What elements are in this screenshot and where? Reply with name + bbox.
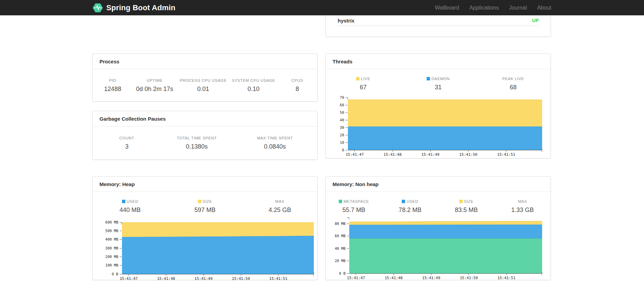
svg-text:10: 10	[340, 140, 344, 145]
legend-heap-max: MAX 4.25 GB	[242, 199, 317, 214]
svg-text:20: 20	[340, 133, 344, 137]
application-status-card: hystrix UP	[325, 15, 551, 37]
nav-link-journal[interactable]: Journal	[499, 5, 527, 11]
size-swatch-icon	[459, 200, 463, 203]
svg-text:15:41:50: 15:41:50	[460, 276, 478, 280]
memory-heap-card: Memory: Heap USED 440 MB SIZE 597 MB MAX…	[92, 176, 318, 280]
svg-text:50: 50	[340, 110, 344, 115]
svg-text:15:41:47: 15:41:47	[120, 276, 138, 281]
nonheap-card-title: Memory: Non heap	[333, 181, 379, 187]
nav-link-about[interactable]: About	[527, 5, 551, 11]
nav-links: Wallboard Applications Journal About	[425, 5, 551, 11]
threads-legend: LIVE 67 DAEMON 31 PEAK LIVE 68	[326, 77, 551, 91]
memory-heap-chart: 0 B100 MB200 MB300 MB400 MB500 MB600 MB1…	[93, 219, 318, 282]
nonheap-card-header: Memory: Non heap	[326, 177, 551, 192]
pulse-hexagon-icon	[93, 3, 103, 13]
legend-heap-used: USED 440 MB	[93, 199, 168, 214]
threads-chart: 01020304050607015:41:4715:41:4815:41:491…	[326, 94, 551, 158]
svg-text:15:41:50: 15:41:50	[232, 276, 250, 281]
svg-text:0 B: 0 B	[112, 272, 118, 276]
svg-text:15:41:49: 15:41:49	[422, 276, 440, 280]
stat-gc-total-time: TOTAL TIME SPENT 0.1380s	[161, 136, 232, 150]
size-swatch-icon	[198, 200, 201, 203]
used-swatch-icon	[402, 200, 405, 203]
stat-uptime: UPTIME 0d 0h 2m 17s	[133, 78, 177, 93]
svg-text:40: 40	[340, 118, 344, 122]
svg-text:15:41:51: 15:41:51	[269, 276, 287, 281]
svg-text:30: 30	[340, 125, 344, 130]
heap-card-header: Memory: Heap	[93, 177, 317, 192]
svg-text:100 MB: 100 MB	[105, 263, 118, 267]
svg-text:70: 70	[340, 95, 344, 100]
svg-text:15:41:49: 15:41:49	[421, 152, 440, 157]
svg-text:300 MB: 300 MB	[105, 246, 118, 250]
legend-daemon: DAEMON 31	[401, 77, 476, 91]
stat-gc-max-time: MAX TIME SPENT 0.0840s	[233, 136, 317, 150]
gc-pauses-card: Garbage Collection Pauses COUNT 3 TOTAL …	[92, 111, 318, 160]
stat-pid: PID 12488	[93, 78, 133, 93]
svg-text:15:41:48: 15:41:48	[385, 276, 403, 280]
svg-text:15:41:47: 15:41:47	[346, 152, 364, 157]
threads-card: Threads LIVE 67 DAEMON 31 PEAK LIVE 68 0…	[325, 54, 551, 158]
legend-nonheap-used: USED 78.2 MB	[382, 199, 438, 214]
live-swatch-icon	[356, 77, 359, 80]
svg-text:15:41:51: 15:41:51	[497, 276, 516, 280]
legend-nonheap-size: SIZE 83.5 MB	[438, 199, 494, 214]
application-row[interactable]: hystrix UP	[338, 15, 539, 26]
stat-system-cpu-usage: SYSTEM CPU USAGE 0.10	[230, 78, 277, 93]
heap-card-title: Memory: Heap	[99, 181, 135, 187]
threads-card-header: Threads	[326, 54, 551, 69]
metaspace-swatch-icon	[339, 200, 342, 203]
svg-text:200 MB: 200 MB	[105, 255, 118, 259]
svg-text:15:41:48: 15:41:48	[384, 152, 402, 157]
spring-boot-admin-page: Spring Boot Admin Wallboard Applications…	[0, 0, 644, 304]
stat-gc-count: COUNT 3	[93, 136, 161, 150]
process-card: Process PID 12488 UPTIME 0d 0h 2m 17s PR…	[92, 54, 318, 102]
svg-text:600 MB: 600 MB	[105, 220, 118, 224]
svg-text:20 MB: 20 MB	[335, 259, 346, 263]
svg-text:500 MB: 500 MB	[105, 229, 118, 233]
process-card-title: Process	[99, 59, 119, 64]
svg-text:60 MB: 60 MB	[335, 234, 346, 238]
legend-live: LIVE 67	[326, 77, 401, 91]
heap-legend: USED 440 MB SIZE 597 MB MAX 4.25 GB	[93, 199, 317, 214]
brand-title: Spring Boot Admin	[106, 3, 175, 12]
used-swatch-icon	[122, 200, 125, 203]
memory-nonheap-card: Memory: Non heap METASPACE 55.7 MB USED …	[325, 176, 551, 280]
nav-link-applications[interactable]: Applications	[459, 5, 499, 11]
memory-nonheap-chart: 0 B20 MB40 MB60 MB80 MB15:41:4715:41:481…	[326, 214, 551, 282]
nav-link-wallboard[interactable]: Wallboard	[425, 5, 459, 11]
svg-text:0: 0	[342, 148, 344, 152]
brand-link[interactable]: Spring Boot Admin	[93, 3, 175, 13]
legend-nonheap-max: MAX 1.33 GB	[494, 199, 551, 214]
status-badge: UP	[532, 18, 539, 23]
process-card-header: Process	[93, 54, 317, 69]
gc-card-title: Garbage Collection Pauses	[99, 116, 166, 122]
navbar: Spring Boot Admin Wallboard Applications…	[0, 0, 644, 15]
navbar-inner: Spring Boot Admin Wallboard Applications…	[93, 0, 551, 15]
svg-text:0 B: 0 B	[339, 271, 346, 275]
gc-card-body: COUNT 3 TOTAL TIME SPENT 0.1380s MAX TIM…	[93, 126, 317, 160]
svg-text:40 MB: 40 MB	[335, 246, 346, 250]
svg-text:80 MB: 80 MB	[335, 222, 346, 226]
svg-text:15:41:47: 15:41:47	[347, 276, 365, 280]
threads-card-title: Threads	[333, 59, 352, 64]
svg-text:15:41:51: 15:41:51	[497, 152, 515, 157]
svg-text:15:41:50: 15:41:50	[459, 152, 477, 157]
stat-process-cpu-usage: PROCESS CPU USAGE 0.01	[177, 78, 230, 93]
daemon-swatch-icon	[427, 77, 430, 80]
legend-metaspace: METASPACE 55.7 MB	[326, 199, 382, 214]
svg-text:15:41:48: 15:41:48	[157, 276, 175, 281]
legend-peak-live: PEAK LIVE 68	[476, 77, 551, 91]
svg-text:15:41:49: 15:41:49	[195, 276, 213, 281]
legend-heap-size: SIZE 597 MB	[168, 199, 243, 214]
svg-text:400 MB: 400 MB	[105, 237, 118, 241]
application-name: hystrix	[338, 18, 354, 24]
process-card-body: PID 12488 UPTIME 0d 0h 2m 17s PROCESS CP…	[93, 69, 317, 102]
gc-card-header: Garbage Collection Pauses	[93, 111, 317, 126]
nonheap-legend: METASPACE 55.7 MB USED 78.2 MB SIZE 83.5…	[326, 199, 551, 214]
stat-cpus: CPUS 8	[277, 78, 317, 93]
svg-text:60: 60	[340, 103, 344, 107]
